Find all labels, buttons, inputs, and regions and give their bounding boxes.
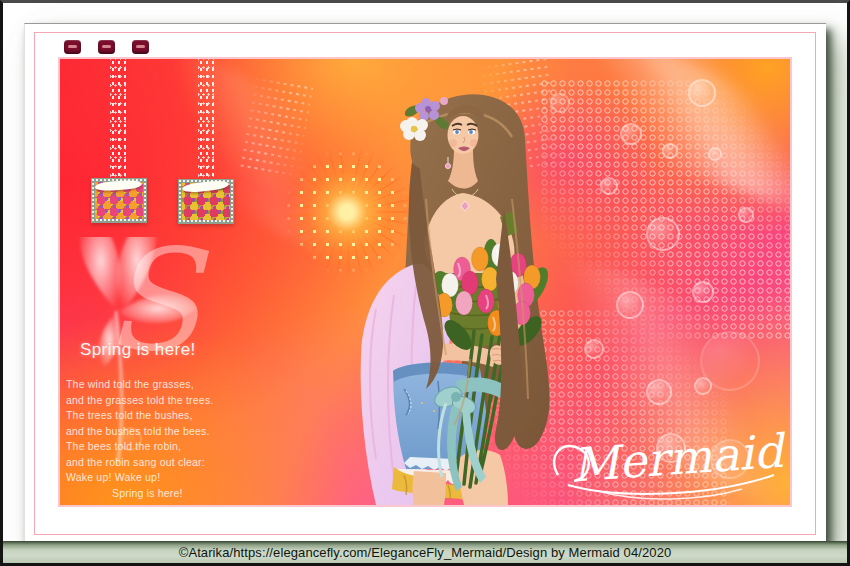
poem-line: and the grasses told the trees. xyxy=(66,393,276,409)
minimize-dash-icon xyxy=(136,45,145,48)
artist-signature: Mermaid xyxy=(538,419,790,505)
poem-line: and the bushes told the bees. xyxy=(66,424,276,440)
poem-line: and the robin sang out clear: xyxy=(66,455,276,471)
tag-button-3 xyxy=(132,40,149,54)
poem-line: The bees told the robin, xyxy=(66,439,276,455)
poem: The wind told the grasses, and the grass… xyxy=(66,377,276,501)
tag-page: S xyxy=(24,23,826,542)
minimize-dash-icon xyxy=(68,45,77,48)
poem-line: The trees told the bushes, xyxy=(66,408,276,424)
poem-line: The wind told the grasses, xyxy=(66,377,276,393)
poem-line: Spring is here! xyxy=(66,486,276,502)
woman-face xyxy=(448,116,479,154)
spring-title: Spring is here! xyxy=(80,340,196,360)
tag-button-2 xyxy=(98,40,115,54)
tag-scene: S xyxy=(0,0,850,566)
poem-line: Wake up! Wake up! xyxy=(66,470,276,486)
tag-button-1 xyxy=(64,40,81,54)
minimize-dash-icon xyxy=(102,45,111,48)
signature-text: Mermaid xyxy=(570,423,788,492)
artwork-canvas: S xyxy=(58,57,792,507)
copyright-caption: ©Atarika/https://elegancefly.com/Eleganc… xyxy=(179,545,672,560)
caption-bar: ©Atarika/https://elegancefly.com/Eleganc… xyxy=(3,541,847,563)
